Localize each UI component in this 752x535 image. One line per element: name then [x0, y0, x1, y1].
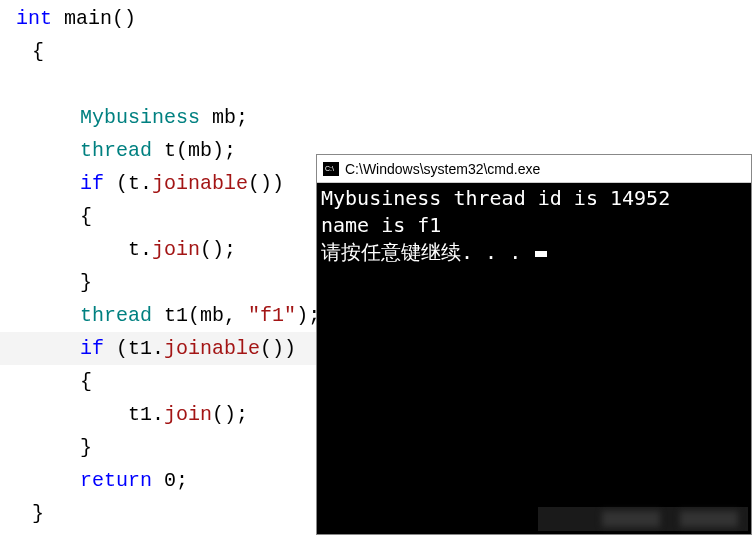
console-title: C:\Windows\system32\cmd.exe	[345, 161, 540, 177]
cursor-icon	[535, 251, 547, 257]
console-window: C:\Windows\system32\cmd.exe Mybusiness t…	[316, 154, 752, 535]
blurred-region	[538, 507, 748, 531]
console-line: name is f1	[321, 212, 747, 239]
console-line: Mybusiness thread id is 14952	[321, 185, 747, 212]
code-line[interactable]: Mybusiness mb;	[0, 101, 752, 134]
code-line[interactable]: {	[0, 35, 752, 68]
console-output: Mybusiness thread id is 14952 name is f1…	[317, 183, 751, 268]
code-line[interactable]	[0, 68, 752, 101]
cmd-icon	[323, 162, 339, 176]
console-line: 请按任意键继续. . .	[321, 239, 747, 266]
console-titlebar[interactable]: C:\Windows\system32\cmd.exe	[317, 155, 751, 183]
code-line[interactable]: int main()	[0, 2, 752, 35]
